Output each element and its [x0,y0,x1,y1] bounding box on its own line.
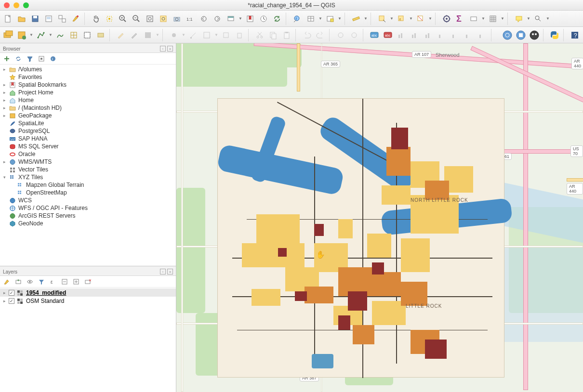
pan-to-selection-button[interactable] [103,13,116,25]
help-button[interactable]: ? [569,29,581,41]
map-tips-dropdown[interactable]: ▼ [526,16,531,21]
layer-row[interactable]: ▸✓1954_modified [0,288,176,297]
redo-button[interactable] [314,29,327,41]
diagram-6-button[interactable] [463,29,475,41]
manage-visibility-button[interactable] [25,277,35,287]
browser-item[interactable]: ▸WMS/WMTS [0,158,176,166]
map-tips-button[interactable] [513,13,525,25]
browser-item[interactable]: Vector Tiles [0,166,176,173]
data-source-button[interactable] [2,29,14,41]
panel-close-button[interactable]: × [167,269,173,274]
collapse-button[interactable] [37,54,46,64]
expand-arrow[interactable]: ▸ [2,90,7,95]
add-vector-button[interactable] [35,29,47,41]
browser-item[interactable]: WCS [0,196,176,204]
identify-button[interactable]: i [291,13,304,25]
filter-browser-button[interactable] [25,54,35,64]
layer-visibility-checkbox[interactable]: ✓ [9,298,14,304]
new-print-layout-button[interactable] [42,13,55,25]
current-edits-button[interactable] [115,29,127,41]
toggle-editing-button[interactable] [128,29,141,41]
expand-arrow[interactable]: ▸ [2,67,7,72]
deselect-button[interactable] [414,13,427,25]
grid-button[interactable] [487,13,499,25]
undo-button[interactable] [301,29,313,41]
open-table-button[interactable] [305,13,317,25]
diagram-4-button[interactable] [436,29,448,41]
diagram-3-button[interactable] [422,29,435,41]
map-view-dropdown[interactable]: ▼ [238,16,243,21]
new-project-button[interactable] [2,13,14,25]
table-dropdown[interactable]: ▼ [318,16,323,21]
measure-button[interactable] [350,13,362,25]
select-value-dropdown[interactable]: ▼ [409,16,413,21]
plugin-1-button[interactable] [501,29,514,41]
layer-row[interactable]: ▸✓OSM Standard [0,297,176,305]
filter-dropdown[interactable]: ▼ [545,16,550,21]
expand-arrow[interactable]: ▸ [2,98,7,103]
label-abc-red-button[interactable]: abc [382,29,394,41]
vector-dropdown[interactable]: ▼ [48,33,53,37]
browser-item[interactable]: ▸Spatial Bookmarks [0,81,176,89]
zoom-in-button[interactable] [117,13,129,25]
panel-close-button[interactable]: × [167,46,173,52]
layer-visibility-checkbox[interactable]: ✓ [9,290,14,296]
zoom-to-layer-button[interactable] [171,13,183,25]
expand-arrow[interactable]: ▸ [2,105,7,110]
open-project-button[interactable] [15,13,28,25]
temporal-button[interactable] [257,13,270,25]
add-feature-dropdown[interactable]: ▼ [181,33,186,37]
panel-float-button[interactable]: ▫ [160,46,166,52]
labeling-button[interactable] [467,13,480,25]
browser-item[interactable]: WFS / OGC API - Features [0,204,176,212]
expand-all-button[interactable] [60,277,69,287]
filter-legend-button[interactable] [37,277,46,287]
expand-arrow[interactable]: ▸ [2,299,7,303]
add-delimited-button[interactable] [81,29,93,41]
vertex-dropdown[interactable]: ▼ [214,33,219,37]
labeling-dropdown[interactable]: ▼ [481,16,486,21]
browser-item[interactable]: SAPSAP HANA [0,135,176,143]
deselect-dropdown[interactable]: ▼ [428,16,433,21]
save-edit-dropdown[interactable]: ▼ [155,33,160,37]
zoom-native-button[interactable]: 1:1 [184,13,197,25]
add-virtual-button[interactable] [94,29,107,41]
layers-list[interactable]: ▸✓1954_modified▸✓OSM Standard [0,287,176,392]
select-button[interactable] [376,13,388,25]
collapse-all-button[interactable] [71,277,81,287]
select-by-value-button[interactable]: ε [395,13,408,25]
browser-item[interactable]: PostgreSQL [0,127,176,135]
browser-item[interactable]: ▸Home [0,96,176,104]
add-group-button[interactable] [13,277,23,287]
expand-arrow[interactable]: ▸ [2,82,7,87]
browser-item[interactable]: MS SQL Server [0,143,176,150]
cut-button[interactable] [253,29,266,41]
label-abc-button[interactable]: abc [368,29,381,41]
browser-item[interactable]: ▸Project Home [0,89,176,96]
new-geopackage-button[interactable] [15,29,28,41]
style-manager-button[interactable] [69,13,82,25]
remove-layer-button[interactable] [83,277,93,287]
browser-tree[interactable]: ▸/VolumesFavorites▸Spatial Bookmarks▸Pro… [0,65,176,266]
panel-float-button[interactable]: ▫ [160,269,166,274]
expand-arrow[interactable]: ▸ [2,290,7,295]
browser-item[interactable]: ArcGIS REST Servers [0,212,176,220]
toolbox-button[interactable] [440,13,453,25]
browser-item[interactable]: Mapzen Global Terrain [0,181,176,189]
browser-item[interactable]: ▸/Volumes [0,65,176,73]
zoom-last-button[interactable] [198,13,210,25]
expand-arrow[interactable]: ▸ [2,113,7,118]
statistics-button[interactable]: Σ [454,13,466,25]
expand-arrow[interactable]: ▸ [2,159,7,164]
layer-style-button[interactable] [2,277,12,287]
modify-button[interactable] [220,29,232,41]
add-raster-button[interactable] [54,29,66,41]
calculator-dropdown[interactable]: ▼ [337,16,342,21]
delete-button[interactable] [233,29,246,41]
browser-item[interactable]: SpatiaLite [0,119,176,127]
python-button[interactable] [548,29,561,41]
browser-item[interactable]: OpenStreetMap [0,189,176,196]
vertex-tool-layer-button[interactable] [200,29,213,41]
zoom-full-button[interactable] [144,13,156,25]
filter-button[interactable] [532,13,544,25]
